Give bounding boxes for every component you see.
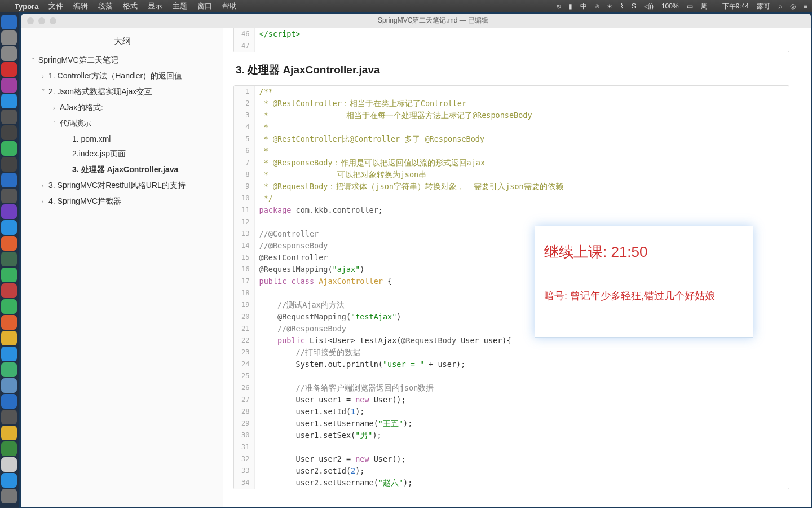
outline-item-7[interactable]: 3. 处理器 AjaxController.java	[21, 162, 223, 178]
code-line[interactable]: */	[254, 192, 789, 204]
outline-item-6[interactable]: 2.index.jsp页面	[21, 146, 223, 162]
outline-item-1[interactable]: ›1. Controller方法（Handler）的返回值	[21, 68, 223, 84]
dock-app-19[interactable]	[1, 315, 17, 330]
siri-icon[interactable]: ◎	[790, 2, 796, 10]
dock-app-24[interactable]	[1, 394, 17, 409]
dock-app-13[interactable]	[1, 220, 17, 235]
disclosure-icon[interactable]: ˅	[42, 89, 47, 96]
menu-file[interactable]: 文件	[48, 1, 63, 11]
zoom-button[interactable]	[50, 17, 56, 24]
dock-app-5[interactable]	[1, 94, 17, 108]
outline-item-4[interactable]: ˅代码演示	[21, 116, 223, 132]
code-line[interactable]: /**	[254, 86, 789, 98]
outline-item-0[interactable]: ˅SpringMVC第二天笔记	[21, 52, 223, 68]
disclosure-icon[interactable]: ›	[42, 73, 47, 80]
code-line[interactable]: * @RestController比@Controller 多了 @Respon…	[254, 133, 789, 145]
code-line[interactable]: System.out.println("user = " + user);	[254, 358, 789, 370]
code-block-top[interactable]: 46</script>47	[233, 28, 789, 52]
dock-app-9[interactable]	[1, 157, 17, 172]
code-line[interactable]: user1.setId(1);	[254, 406, 789, 418]
code-line[interactable]: //打印接受的数据	[254, 347, 789, 358]
code-line[interactable]: * @ResponseBody：作用是可以把返回值以流的形式返回ajax	[254, 157, 789, 169]
dock-app-15[interactable]	[1, 252, 17, 266]
dock-app-12[interactable]	[1, 204, 17, 219]
display-icon[interactable]: ⎚	[595, 2, 599, 10]
app-name[interactable]: Typora	[15, 2, 38, 11]
close-button[interactable]	[27, 17, 34, 24]
code-line[interactable]: * 相当于在每一个处理器方法上标记了@ResponseBody	[254, 110, 789, 121]
code-line[interactable]: User user2 = new User();	[254, 453, 789, 465]
disclosure-icon[interactable]: ›	[53, 104, 59, 111]
code-line[interactable]: * 可以把对象转换为json串	[254, 169, 789, 181]
disclosure-icon[interactable]: ›	[42, 198, 47, 205]
dock-app-17[interactable]	[1, 283, 17, 298]
dock-app-26[interactable]	[1, 426, 17, 440]
spotlight-icon[interactable]: ⌕	[778, 2, 782, 10]
disclosure-icon[interactable]: ›	[42, 182, 47, 189]
bookmark-icon[interactable]: ▮	[568, 2, 572, 10]
outline-item-3[interactable]: ›AJax的格式:	[21, 100, 223, 116]
code-line[interactable]: *	[254, 145, 789, 157]
input-method-icon[interactable]: 中	[580, 2, 587, 11]
outline-item-5[interactable]: 1. pom.xml	[21, 132, 223, 146]
disclosure-icon[interactable]: ˅	[32, 57, 37, 64]
dock-app-10[interactable]	[1, 173, 17, 187]
dock-app-20[interactable]	[1, 331, 17, 345]
outline-item-9[interactable]: ›4. SpringMVC拦截器	[21, 194, 223, 209]
minimize-button[interactable]	[38, 17, 45, 24]
dock-app-7[interactable]	[1, 125, 17, 140]
outline-item-2[interactable]: ˅2. Json格式数据实现Ajax交互	[21, 84, 223, 100]
dock-app-11[interactable]	[1, 189, 17, 203]
outline-item-8[interactable]: ›3. SpringMVC对Restful风格URL的支持	[21, 178, 223, 194]
code-line[interactable]: user1.setSex("男");	[254, 430, 789, 441]
menu-icon[interactable]: ≡	[804, 2, 807, 10]
dock-app-16[interactable]	[1, 268, 17, 282]
dock-app-4[interactable]	[1, 78, 17, 93]
menu-view[interactable]: 显示	[148, 1, 162, 11]
code-line[interactable]: *	[254, 121, 789, 133]
dock-app-18[interactable]	[1, 299, 17, 314]
dock-app-8[interactable]	[1, 141, 17, 156]
menu-help[interactable]: 帮助	[222, 1, 237, 11]
dock-app-25[interactable]	[1, 410, 17, 424]
code-line[interactable]: </script>	[254, 28, 789, 40]
dock-app-23[interactable]	[1, 378, 17, 393]
line-number: 20	[234, 311, 254, 323]
volume-icon[interactable]: ◁))	[644, 2, 654, 10]
dock-app-28[interactable]	[1, 457, 17, 472]
dock-app-27[interactable]	[1, 441, 17, 456]
bluetooth-icon[interactable]: ∗	[607, 2, 612, 10]
disclosure-icon[interactable]: ˅	[53, 120, 59, 128]
menu-paragraph[interactable]: 段落	[98, 1, 113, 11]
code-line[interactable]: * @RequestBody：把请求体（json字符串）转换对象， 需要引入js…	[254, 181, 789, 192]
menu-theme[interactable]: 主题	[173, 1, 187, 11]
code-line[interactable]: * @RestController：相当于在类上标记了Controller	[254, 98, 789, 110]
app-icon[interactable]: S	[632, 2, 636, 10]
code-line[interactable]: //准备给客户端浏览器返回的json数据	[254, 382, 789, 394]
code-line[interactable]	[254, 370, 789, 382]
dock-app-0[interactable]	[1, 15, 17, 29]
dock-app-30[interactable]	[1, 489, 17, 503]
code-line[interactable]	[254, 441, 789, 453]
dock-app-3[interactable]	[1, 62, 17, 77]
cast-icon[interactable]: ⎋	[557, 2, 561, 10]
battery-icon[interactable]: ▭	[687, 2, 693, 10]
code-line[interactable]: package com.kkb.controller;	[254, 204, 789, 216]
dock-app-22[interactable]	[1, 362, 17, 377]
dock-app-29[interactable]	[1, 473, 17, 488]
dock-app-14[interactable]	[1, 236, 17, 251]
dock-app-6[interactable]	[1, 110, 17, 124]
code-line[interactable]	[254, 40, 789, 52]
menu-window[interactable]: 窗口	[197, 1, 212, 11]
code-line[interactable]: User user1 = new User();	[254, 394, 789, 406]
code-line[interactable]: user2.setId(2);	[254, 465, 789, 477]
menu-edit[interactable]: 编辑	[73, 1, 88, 11]
dock-app-21[interactable]	[1, 347, 17, 361]
user-name[interactable]: 露哥	[757, 2, 770, 11]
code-line[interactable]: user2.setUsername("赵六");	[254, 477, 789, 489]
wifi-icon[interactable]: ⌇	[620, 2, 624, 10]
dock-app-2[interactable]	[1, 46, 17, 61]
code-line[interactable]: user1.setUsername("王五");	[254, 418, 789, 430]
menu-format[interactable]: 格式	[123, 1, 138, 11]
dock-app-1[interactable]	[1, 30, 17, 45]
